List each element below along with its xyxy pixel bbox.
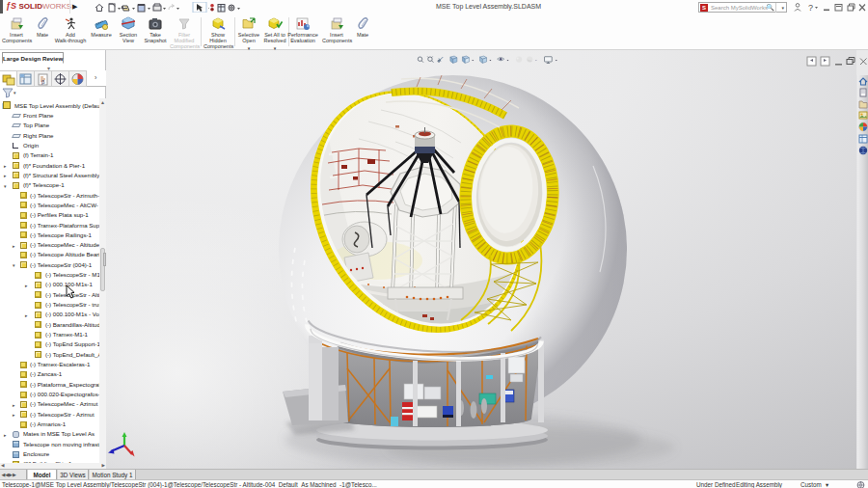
svg-text:?: ? [808, 3, 813, 13]
svg-text:β: β [41, 79, 45, 85]
